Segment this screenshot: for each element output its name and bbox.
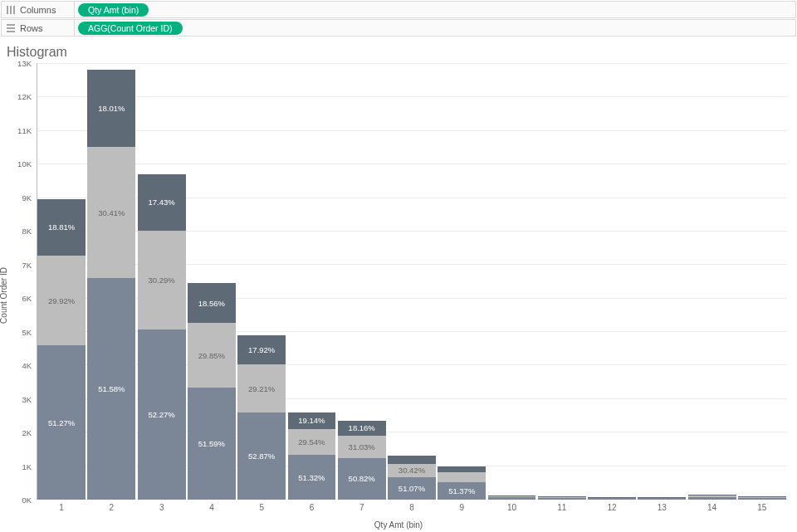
x-tick-label: 13 [658, 500, 667, 512]
bar-segment: 19.14% [288, 412, 336, 429]
bar-segment [538, 497, 586, 498]
bar[interactable]: 51.58%30.41%18.01% [87, 70, 135, 500]
y-tick-label: 4K [22, 361, 37, 370]
bar-segment-label: 51.58% [98, 384, 125, 393]
plot[interactable]: 0K1K2K3K4K5K6K7K8K9K10K11K12K13K151.27%2… [37, 63, 787, 500]
bar-segment-label: 29.92% [48, 296, 75, 305]
bar-segment [488, 496, 536, 498]
bar-segment [588, 497, 636, 498]
y-tick-label: 8K [22, 227, 37, 236]
columns-shelf[interactable]: Columns Qty Amt (bin) [1, 1, 796, 18]
rows-icon [6, 23, 16, 33]
gridline [37, 164, 787, 164]
bar-segment-label: 51.59% [198, 439, 225, 448]
bar-segment [688, 495, 736, 495]
bar-segment-label: 18.01% [98, 104, 125, 113]
x-tick-label: 11 [557, 500, 566, 512]
bar-segment-label: 52.27% [149, 410, 175, 419]
bar-segment: 50.82% [338, 458, 386, 500]
x-tick-label: 12 [608, 500, 617, 512]
bar[interactable] [738, 496, 786, 500]
bar-segment [538, 498, 586, 500]
x-tick-label: 8 [409, 500, 414, 512]
bar-segment [738, 496, 786, 497]
bar-segment [688, 497, 736, 500]
bar-segment: 52.27% [138, 329, 186, 500]
bar[interactable]: 51.37% [438, 466, 486, 500]
bar[interactable]: 50.82%31.03%18.16% [338, 421, 386, 500]
bar-segment [488, 497, 536, 500]
bar-segment: 29.85% [188, 323, 236, 388]
bar[interactable]: 51.07%30.42% [388, 456, 436, 500]
bar-segment: 29.21% [237, 364, 286, 412]
y-axis-label: Count Order ID [0, 267, 8, 324]
y-tick-label: 3K [22, 394, 37, 403]
chart-area: Histogram Count Order ID Qty Amt (bin) 0… [7, 45, 790, 528]
bar-segment-label: 17.43% [149, 198, 175, 207]
bar[interactable] [688, 495, 736, 500]
x-tick-label: 14 [707, 500, 716, 512]
y-tick-label: 6K [22, 294, 37, 303]
y-tick-label: 10K [17, 159, 37, 168]
bar[interactable] [638, 497, 686, 500]
bar-segment-label: 29.54% [298, 437, 325, 447]
bar-segment-label: 51.37% [448, 486, 475, 495]
bar-segment: 30.41% [87, 147, 135, 277]
bar[interactable]: 52.27%30.29%17.43% [138, 174, 186, 500]
bar-segment-label: 52.87% [248, 451, 275, 461]
x-tick-label: 7 [359, 500, 364, 512]
columns-icon [6, 5, 16, 15]
bar-segment: 51.58% [87, 278, 135, 500]
bar-segment-label: 18.56% [198, 299, 225, 308]
x-tick-label: 10 [507, 500, 516, 512]
bar-segment-label: 51.27% [48, 418, 75, 427]
x-tick-label: 6 [310, 500, 315, 512]
bar[interactable] [588, 497, 636, 500]
bar-segment [388, 456, 436, 463]
bar-segment: 18.16% [338, 421, 386, 436]
x-tick-label: 2 [110, 500, 115, 512]
bar[interactable] [488, 495, 536, 500]
y-tick-label: 13K [17, 59, 37, 68]
y-tick-label: 5K [22, 327, 37, 336]
bar-segment-label: 18.16% [349, 423, 375, 432]
rows-pill[interactable]: AGG(Count Order ID) [78, 22, 183, 35]
y-tick-label: 11K [17, 125, 37, 134]
bar-segment-label: 19.14% [298, 416, 325, 425]
x-tick-label: 15 [757, 500, 766, 512]
bar-segment: 51.07% [388, 477, 436, 500]
x-axis-label: Qty Amt (bin) [374, 520, 423, 530]
bar[interactable]: 51.32%29.54%19.14% [288, 412, 336, 500]
bar-segment: 29.54% [288, 429, 336, 455]
bar-segment [638, 497, 686, 498]
y-tick-label: 12K [17, 92, 37, 101]
bar-segment [438, 466, 486, 472]
y-tick-label: 9K [22, 193, 37, 202]
bar[interactable]: 51.59%29.85%18.56% [188, 283, 236, 500]
bar[interactable]: 52.87%29.21%17.92% [237, 335, 286, 500]
x-tick-label: 3 [159, 500, 164, 512]
bar-segment: 17.92% [237, 335, 286, 365]
bar-segment [638, 498, 686, 500]
bar-segment [738, 498, 786, 500]
chart-title: Histogram [7, 45, 790, 60]
bar[interactable]: 51.27%29.92%18.81% [37, 199, 86, 500]
columns-pill[interactable]: Qty Amt (bin) [78, 3, 149, 17]
bar-segment: 17.43% [138, 174, 186, 231]
bar-segment: 51.37% [438, 482, 486, 500]
plot-wrap: Count Order ID Qty Amt (bin) 0K1K2K3K4K5… [7, 63, 790, 528]
rows-shelf[interactable]: Rows AGG(Count Order ID) [1, 19, 796, 37]
bar-segment: 18.01% [87, 70, 135, 147]
bar-segment [488, 495, 536, 496]
gridline [37, 63, 787, 64]
rows-shelf-label: Rows [20, 23, 43, 33]
columns-shelf-label: Columns [20, 5, 56, 15]
bar-segment-label: 30.29% [149, 276, 175, 285]
rows-shelf-label-cell: Rows [2, 20, 75, 36]
x-tick-label: 9 [459, 500, 464, 512]
y-tick-label: 1K [22, 461, 37, 471]
gridline [37, 130, 787, 131]
bar-segment: 30.29% [138, 231, 186, 329]
bar[interactable] [538, 496, 586, 500]
bar-segment [688, 495, 736, 497]
